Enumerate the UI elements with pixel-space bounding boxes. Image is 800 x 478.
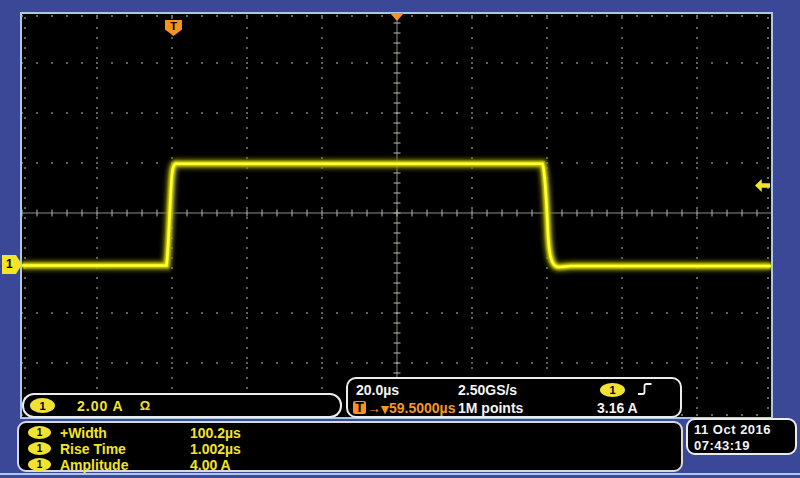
measurement-source-badge: 1	[28, 442, 51, 455]
datetime-panel: 11 Oct 2016 07:43:19	[686, 418, 797, 455]
measurement-label: +Width	[60, 425, 190, 441]
measurement-value: 1.002µs	[190, 441, 241, 457]
channel1-scale: 2.00 A	[77, 398, 124, 414]
measurement-label: Amplitude	[60, 457, 190, 473]
measurement-value: 100.2µs	[190, 425, 241, 441]
measurements-panel[interactable]: 1 +Width 100.2µs 1 Rise Time 1.002µs 1 A…	[17, 421, 683, 472]
expansion-point-icon	[390, 13, 404, 21]
trigger-source-badge: 1	[600, 383, 625, 397]
measurement-row-amplitude: 1 Amplitude 4.00 A	[19, 457, 681, 472]
trigger-delay-flag-icon: T	[353, 401, 366, 414]
measurement-source-badge: 1	[28, 458, 51, 471]
time-label: 07:43:19	[694, 438, 795, 454]
measurement-label: Rise Time	[60, 441, 190, 457]
bottom-divider	[0, 473, 800, 475]
channel1-trace	[22, 14, 771, 417]
trigger-level-value: 3.16 A	[597, 400, 638, 416]
measurement-row-width: 1 +Width 100.2µs	[19, 425, 681, 440]
record-length: 1M points	[458, 400, 523, 416]
trigger-delay-value: 59.5000µs	[389, 400, 455, 416]
measurement-value: 4.00 A	[190, 457, 231, 473]
sample-rate: 2.50GS/s	[458, 382, 517, 398]
horizontal-trigger-readout[interactable]: 20.0µs 2.50GS/s 1 T → ▼ 59.5000µs 1M poi…	[346, 377, 682, 418]
date-label: 11 Oct 2016	[694, 422, 795, 438]
timebase-scale: 20.0µs	[356, 382, 399, 398]
channel1-coupling: Ω	[140, 398, 150, 413]
measurement-source-badge: 1	[28, 426, 51, 439]
waveform-display	[20, 12, 773, 419]
channel1-readout[interactable]: 1 2.00 A Ω	[22, 393, 342, 418]
channel1-ground-marker[interactable]: 1	[2, 255, 22, 274]
measurement-row-risetime: 1 Rise Time 1.002µs	[19, 441, 681, 456]
trigger-rising-slope-icon	[637, 381, 653, 397]
channel1-badge: 1	[30, 398, 55, 413]
